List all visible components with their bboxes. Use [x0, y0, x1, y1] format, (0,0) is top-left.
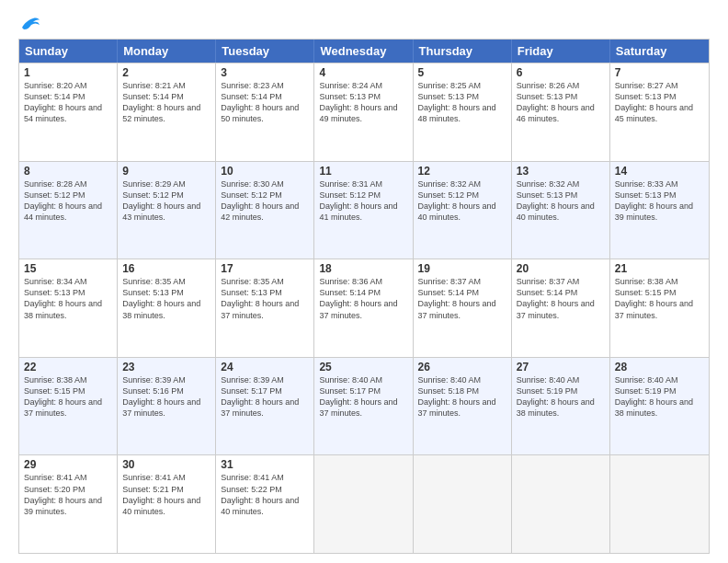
day-number: 17	[221, 262, 309, 275]
day-number: 27	[517, 361, 605, 373]
day-cell-27: 27Sunrise: 8:40 AM Sunset: 5:19 PM Dayli…	[512, 358, 610, 455]
day-info: Sunrise: 8:35 AM Sunset: 5:13 PM Dayligh…	[221, 276, 309, 321]
day-number: 18	[319, 262, 407, 275]
day-number: 9	[122, 165, 210, 178]
day-cell-21: 21Sunrise: 8:38 AM Sunset: 5:15 PM Dayli…	[610, 259, 709, 357]
header-cell-saturday: Saturday	[610, 40, 709, 63]
day-info: Sunrise: 8:39 AM Sunset: 5:17 PM Dayligh…	[221, 374, 309, 419]
calendar-page: SundayMondayTuesdayWednesdayThursdayFrid…	[0, 0, 728, 563]
day-number: 11	[319, 165, 407, 178]
day-info: Sunrise: 8:37 AM Sunset: 5:14 PM Dayligh…	[517, 276, 605, 321]
day-number: 1	[24, 66, 112, 79]
calendar-row-2: 8Sunrise: 8:28 AM Sunset: 5:12 PM Daylig…	[19, 161, 709, 259]
day-info: Sunrise: 8:24 AM Sunset: 5:13 PM Dayligh…	[319, 80, 407, 125]
header-cell-tuesday: Tuesday	[216, 40, 314, 63]
day-cell-2: 2Sunrise: 8:21 AM Sunset: 5:14 PM Daylig…	[118, 63, 216, 161]
empty-cell	[414, 455, 512, 553]
day-info: Sunrise: 8:28 AM Sunset: 5:12 PM Dayligh…	[24, 178, 112, 224]
day-info: Sunrise: 8:40 AM Sunset: 5:17 PM Dayligh…	[319, 374, 407, 419]
day-cell-22: 22Sunrise: 8:38 AM Sunset: 5:15 PM Dayli…	[19, 358, 118, 455]
calendar-body: 1Sunrise: 8:20 AM Sunset: 5:14 PM Daylig…	[19, 63, 709, 553]
day-info: Sunrise: 8:29 AM Sunset: 5:12 PM Dayligh…	[122, 178, 210, 224]
day-cell-10: 10Sunrise: 8:30 AM Sunset: 5:12 PM Dayli…	[216, 162, 314, 259]
day-info: Sunrise: 8:38 AM Sunset: 5:15 PM Dayligh…	[615, 276, 704, 321]
day-number: 8	[24, 165, 112, 178]
day-cell-31: 31Sunrise: 8:41 AM Sunset: 5:22 PM Dayli…	[216, 455, 314, 553]
day-info: Sunrise: 8:30 AM Sunset: 5:12 PM Dayligh…	[221, 178, 309, 224]
calendar: SundayMondayTuesdayWednesdayThursdayFrid…	[18, 39, 710, 554]
day-cell-5: 5Sunrise: 8:25 AM Sunset: 5:13 PM Daylig…	[414, 63, 512, 161]
day-number: 5	[418, 66, 506, 79]
day-cell-8: 8Sunrise: 8:28 AM Sunset: 5:12 PM Daylig…	[19, 162, 118, 259]
day-cell-24: 24Sunrise: 8:39 AM Sunset: 5:17 PM Dayli…	[216, 358, 314, 455]
day-number: 15	[24, 262, 112, 275]
day-number: 23	[122, 361, 210, 373]
empty-cell	[610, 455, 709, 553]
day-cell-13: 13Sunrise: 8:32 AM Sunset: 5:13 PM Dayli…	[512, 162, 610, 259]
day-cell-20: 20Sunrise: 8:37 AM Sunset: 5:14 PM Dayli…	[512, 259, 610, 357]
day-number: 12	[418, 165, 506, 178]
day-number: 30	[122, 458, 210, 471]
day-number: 16	[122, 262, 210, 275]
day-info: Sunrise: 8:41 AM Sunset: 5:22 PM Dayligh…	[221, 472, 309, 517]
header-cell-monday: Monday	[118, 40, 216, 63]
day-number: 29	[24, 458, 112, 471]
day-cell-29: 29Sunrise: 8:41 AM Sunset: 5:20 PM Dayli…	[19, 455, 118, 553]
page-header	[18, 15, 710, 31]
day-cell-26: 26Sunrise: 8:40 AM Sunset: 5:18 PM Dayli…	[414, 358, 512, 455]
day-number: 4	[319, 66, 407, 79]
day-number: 10	[221, 165, 309, 178]
day-info: Sunrise: 8:39 AM Sunset: 5:16 PM Dayligh…	[122, 374, 210, 419]
day-cell-6: 6Sunrise: 8:26 AM Sunset: 5:13 PM Daylig…	[512, 63, 610, 161]
day-cell-30: 30Sunrise: 8:41 AM Sunset: 5:21 PM Dayli…	[118, 455, 216, 553]
day-cell-7: 7Sunrise: 8:27 AM Sunset: 5:13 PM Daylig…	[610, 63, 709, 161]
day-number: 24	[221, 361, 309, 373]
empty-cell	[512, 455, 610, 553]
day-number: 22	[24, 361, 112, 373]
empty-cell	[314, 455, 413, 553]
calendar-row-1: 1Sunrise: 8:20 AM Sunset: 5:14 PM Daylig…	[19, 63, 709, 161]
day-info: Sunrise: 8:41 AM Sunset: 5:20 PM Dayligh…	[24, 472, 112, 517]
day-cell-3: 3Sunrise: 8:23 AM Sunset: 5:14 PM Daylig…	[216, 63, 314, 161]
day-cell-1: 1Sunrise: 8:20 AM Sunset: 5:14 PM Daylig…	[19, 63, 118, 161]
day-info: Sunrise: 8:34 AM Sunset: 5:13 PM Dayligh…	[24, 276, 112, 321]
header-cell-thursday: Thursday	[414, 40, 512, 63]
calendar-row-3: 15Sunrise: 8:34 AM Sunset: 5:13 PM Dayli…	[19, 259, 709, 357]
day-info: Sunrise: 8:31 AM Sunset: 5:12 PM Dayligh…	[319, 178, 407, 224]
header-cell-wednesday: Wednesday	[314, 40, 413, 63]
day-info: Sunrise: 8:20 AM Sunset: 5:14 PM Dayligh…	[24, 80, 112, 125]
day-number: 31	[221, 458, 309, 471]
day-info: Sunrise: 8:40 AM Sunset: 5:18 PM Dayligh…	[418, 374, 506, 419]
day-info: Sunrise: 8:32 AM Sunset: 5:13 PM Dayligh…	[517, 178, 605, 224]
day-info: Sunrise: 8:21 AM Sunset: 5:14 PM Dayligh…	[122, 80, 210, 125]
day-number: 3	[221, 66, 309, 79]
day-info: Sunrise: 8:41 AM Sunset: 5:21 PM Dayligh…	[122, 472, 210, 517]
day-number: 25	[319, 361, 407, 373]
day-info: Sunrise: 8:26 AM Sunset: 5:13 PM Dayligh…	[517, 80, 605, 125]
day-cell-15: 15Sunrise: 8:34 AM Sunset: 5:13 PM Dayli…	[19, 259, 118, 357]
day-number: 28	[615, 361, 704, 373]
day-number: 20	[517, 262, 605, 275]
day-info: Sunrise: 8:36 AM Sunset: 5:14 PM Dayligh…	[319, 276, 407, 321]
day-cell-17: 17Sunrise: 8:35 AM Sunset: 5:13 PM Dayli…	[216, 259, 314, 357]
day-number: 14	[615, 165, 704, 178]
day-info: Sunrise: 8:23 AM Sunset: 5:14 PM Dayligh…	[221, 80, 309, 125]
day-info: Sunrise: 8:35 AM Sunset: 5:13 PM Dayligh…	[122, 276, 210, 321]
calendar-header: SundayMondayTuesdayWednesdayThursdayFrid…	[19, 40, 709, 63]
day-info: Sunrise: 8:40 AM Sunset: 5:19 PM Dayligh…	[615, 374, 704, 419]
calendar-row-4: 22Sunrise: 8:38 AM Sunset: 5:15 PM Dayli…	[19, 357, 709, 455]
day-cell-28: 28Sunrise: 8:40 AM Sunset: 5:19 PM Dayli…	[610, 358, 709, 455]
day-number: 6	[517, 66, 605, 79]
logo-bird-icon	[20, 15, 40, 31]
calendar-row-5: 29Sunrise: 8:41 AM Sunset: 5:20 PM Dayli…	[19, 454, 709, 553]
day-cell-19: 19Sunrise: 8:37 AM Sunset: 5:14 PM Dayli…	[414, 259, 512, 357]
day-cell-14: 14Sunrise: 8:33 AM Sunset: 5:13 PM Dayli…	[610, 162, 709, 259]
day-number: 7	[615, 66, 704, 79]
day-cell-25: 25Sunrise: 8:40 AM Sunset: 5:17 PM Dayli…	[314, 358, 413, 455]
day-info: Sunrise: 8:40 AM Sunset: 5:19 PM Dayligh…	[517, 374, 605, 419]
day-number: 26	[418, 361, 506, 373]
day-info: Sunrise: 8:38 AM Sunset: 5:15 PM Dayligh…	[24, 374, 112, 419]
day-cell-9: 9Sunrise: 8:29 AM Sunset: 5:12 PM Daylig…	[118, 162, 216, 259]
day-info: Sunrise: 8:25 AM Sunset: 5:13 PM Dayligh…	[418, 80, 506, 125]
day-number: 19	[418, 262, 506, 275]
